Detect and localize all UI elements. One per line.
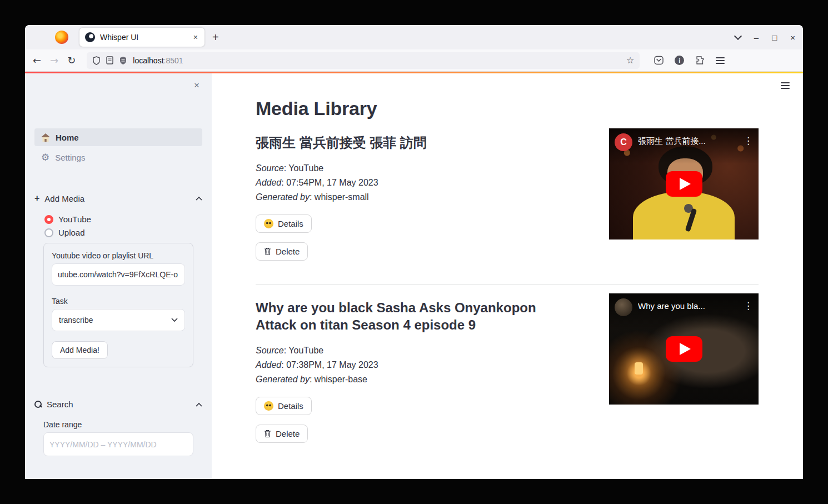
search-expander-header[interactable]: Search: [34, 400, 202, 409]
youtube-embed[interactable]: C 張雨生 當兵前接... ⋮: [609, 128, 759, 239]
add-media-expander-header[interactable]: + Add Media: [34, 193, 202, 203]
browser-menu-icon[interactable]: [716, 57, 725, 64]
trash-icon: [264, 247, 271, 256]
expander-title: Search: [47, 400, 73, 409]
sidebar-nav: Home ⚙ Settings: [34, 128, 202, 166]
new-tab-button[interactable]: +: [212, 31, 219, 44]
firefox-logo-icon[interactable]: [55, 31, 68, 44]
url-bar[interactable]: localhost:8501 ☆: [87, 52, 640, 69]
window-minimize-button[interactable]: –: [754, 33, 759, 42]
video-title[interactable]: 張雨生 當兵前接...: [638, 136, 738, 147]
video-menu-icon[interactable]: ⋮: [744, 135, 753, 146]
reload-button[interactable]: ↻: [67, 54, 76, 66]
tab-bar: Whisper UI × + – □ ×: [25, 25, 803, 49]
video-overlay: Why are you bla... ⋮: [609, 293, 759, 329]
sidebar-item-label: Settings: [55, 153, 85, 162]
browser-window: Whisper UI × + – □ × ← → ↻ localhost:850…: [25, 25, 803, 479]
date-range-input[interactable]: [43, 432, 193, 456]
delete-button[interactable]: Delete: [256, 242, 308, 261]
meta-source: Source: YouTube: [256, 161, 567, 176]
play-button[interactable]: [666, 336, 702, 362]
app-menu-icon[interactable]: [781, 82, 790, 89]
window-close-button[interactable]: ×: [790, 33, 795, 42]
browser-toolbar: ← → ↻ localhost:8501 ☆ i: [25, 49, 803, 72]
trash-icon: [264, 430, 271, 438]
url-input-label: Youtube video or playlist URL: [52, 251, 185, 260]
video-title[interactable]: Why are you bla...: [638, 301, 738, 311]
tab-close-icon[interactable]: ×: [192, 33, 199, 42]
radio-unselected-icon: [44, 228, 53, 237]
task-label: Task: [52, 297, 185, 306]
back-button[interactable]: ←: [33, 54, 41, 66]
home-icon: [41, 133, 50, 142]
entry-meta: Source: YouTube Added: 07:54PM, 17 May 2…: [256, 161, 567, 204]
entry-meta: Source: YouTube Added: 07:38PM, 17 May 2…: [256, 343, 567, 387]
radio-youtube[interactable]: YouTube: [44, 214, 202, 224]
list-tabs-chevron-icon[interactable]: [734, 32, 742, 40]
chevron-down-icon: [171, 318, 178, 322]
browser-tab[interactable]: Whisper UI ×: [79, 28, 204, 47]
monocle-face-icon: [264, 219, 273, 228]
channel-avatar[interactable]: [615, 298, 632, 316]
youtube-embed[interactable]: Why are you bla... ⋮: [609, 293, 759, 405]
sidebar: × Home ⚙ Settings + Add Media: [25, 73, 212, 479]
sidebar-item-home[interactable]: Home: [34, 128, 202, 146]
sidebar-item-settings[interactable]: ⚙ Settings: [34, 148, 202, 166]
add-media-expander: + Add Media YouTube Upload Youtube vi: [34, 193, 202, 367]
meta-source: Source: YouTube: [256, 343, 567, 358]
forward-button: →: [50, 54, 58, 66]
url-text[interactable]: localhost:8501: [133, 56, 183, 65]
gear-icon: ⚙: [41, 153, 49, 162]
add-media-form: Youtube video or playlist URL Task trans…: [43, 243, 193, 367]
info-icon[interactable]: i: [675, 56, 684, 65]
meta-added: Added: 07:38PM, 17 May 2023: [256, 358, 567, 372]
delete-button[interactable]: Delete: [256, 425, 308, 443]
play-triangle-icon: [680, 178, 691, 190]
window-maximize-button[interactable]: □: [772, 33, 777, 42]
date-range-label: Date range: [43, 420, 202, 429]
bookmark-star-icon[interactable]: ☆: [626, 55, 634, 66]
details-button[interactable]: Details: [256, 214, 312, 233]
media-entry: Why are you black Sasha Asks Onyankopon …: [256, 299, 759, 443]
pocket-icon[interactable]: [654, 56, 664, 65]
play-triangle-icon: [680, 343, 691, 355]
video-overlay: C 張雨生 當兵前接... ⋮: [609, 128, 759, 164]
media-entry: 張雨生 當兵前接受 張菲 訪問 Source: YouTube Added: 0…: [256, 134, 759, 261]
meta-generated: Generated by: whisper-small: [256, 190, 567, 204]
sidebar-close-icon[interactable]: ×: [194, 80, 199, 91]
meta-generated: Generated by: whisper-base: [256, 372, 567, 387]
source-radio-group: YouTube Upload: [44, 214, 202, 237]
sidebar-item-label: Home: [56, 133, 79, 142]
main-area: Media Library 張雨生 當兵前接受 張菲 訪問 Source: Yo…: [212, 73, 803, 479]
expander-title: Add Media: [44, 194, 84, 203]
meta-added: Added: 07:54PM, 17 May 2023: [256, 176, 567, 190]
play-button[interactable]: [666, 171, 702, 197]
video-menu-icon[interactable]: ⋮: [744, 300, 753, 311]
chevron-up-icon[interactable]: [196, 402, 202, 407]
task-select[interactable]: transcribe: [52, 309, 185, 331]
tracking-protection-shield-icon[interactable]: [92, 56, 101, 65]
extensions-puzzle-icon[interactable]: [695, 56, 705, 65]
plus-icon: +: [34, 193, 39, 203]
search-expander: Search Date range: [34, 400, 202, 456]
radio-upload[interactable]: Upload: [44, 228, 202, 237]
details-button[interactable]: Details: [256, 397, 312, 415]
tab-title: Whisper UI: [100, 33, 187, 42]
youtube-url-input[interactable]: [52, 263, 185, 286]
task-select-value: transcribe: [59, 316, 93, 325]
radio-selected-icon: [44, 215, 53, 224]
page-title: Media Library: [256, 98, 759, 119]
search-icon: [34, 401, 42, 408]
chevron-up-icon[interactable]: [196, 196, 202, 201]
permissions-icon[interactable]: [119, 56, 127, 65]
page-info-icon[interactable]: [106, 56, 113, 64]
tab-favicon-icon: [85, 32, 95, 42]
entry-title: Why are you black Sasha Asks Onyankopon …: [256, 299, 567, 333]
divider: [256, 284, 759, 285]
monocle-face-icon: [264, 401, 273, 411]
entry-title: 張雨生 當兵前接受 張菲 訪問: [256, 134, 567, 151]
channel-avatar[interactable]: C: [615, 133, 632, 151]
add-media-button[interactable]: Add Media!: [52, 341, 108, 359]
